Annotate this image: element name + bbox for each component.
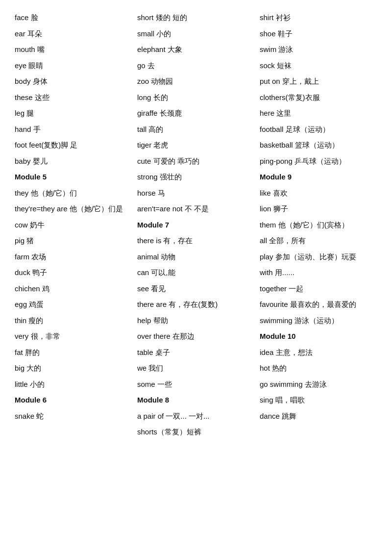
vocab-item: big 大的	[15, 360, 132, 377]
vocab-item: snake 蛇	[15, 408, 132, 425]
vocab-item: sing 唱，唱歌	[260, 392, 377, 408]
vocab-item: thin 瘦的	[15, 313, 132, 329]
vocab-item: ping-pong 乒乓球（运动）	[260, 153, 377, 170]
vocab-item: face 脸	[15, 10, 132, 26]
vocab-item: little 小的	[15, 377, 132, 393]
vocab-item: over there 在那边	[137, 328, 255, 345]
vocab-item: sock 短袜	[260, 58, 377, 74]
vocab-item: dance 跳舞	[260, 408, 377, 425]
vocab-item: elephant 大象	[137, 42, 255, 58]
vocab-item: very 很，非常	[15, 328, 132, 345]
vocab-item: here 这里	[260, 105, 377, 122]
vocab-item: aren't=are not 不 不是	[137, 201, 255, 217]
vocab-item: hot 热的	[260, 360, 377, 377]
vocab-item: cute 可爱的 乖巧的	[137, 153, 255, 170]
vocab-item: shirt 衬衫	[260, 10, 377, 26]
vocab-item: go 去	[137, 58, 255, 74]
vocabulary-grid: face 脸ear 耳朵mouth 嘴eye 眼睛body 身体these 这些…	[15, 10, 377, 440]
vocab-item: all 全部，所有	[260, 233, 377, 249]
vocab-item: tall 高的	[137, 122, 255, 138]
vocab-item: basketball 篮球（运动）	[260, 137, 377, 153]
vocab-item: chichen 鸡	[15, 281, 132, 297]
vocab-item: football 足球（运动）	[260, 122, 377, 138]
vocab-item: we 我们	[137, 360, 255, 377]
vocab-item: short 矮的 短的	[137, 10, 255, 26]
vocab-item: put on 穿上，戴上	[260, 74, 377, 90]
vocab-item: cow 奶牛	[15, 217, 132, 233]
vocab-item: they're=they are 他（她/它）们是	[15, 201, 132, 217]
module-header: Module 8	[137, 392, 255, 408]
vocab-item: shorts（常复）短裤	[137, 424, 255, 440]
vocab-item: lion 狮子	[260, 201, 377, 217]
module-header: Module 5	[15, 169, 132, 185]
vocab-item: these 这些	[15, 90, 132, 106]
module-header: Module 6	[15, 392, 132, 408]
vocab-item: like 喜欢	[260, 185, 377, 202]
vocab-item: long 长的	[137, 90, 255, 106]
vocab-item: eye 眼睛	[15, 58, 132, 74]
vocab-item: strong 强壮的	[137, 169, 255, 185]
vocab-item: farm 农场	[15, 249, 132, 265]
vocab-item: there are 有，存在(复数)	[137, 297, 255, 313]
module-header: Module 10	[260, 328, 377, 345]
vocab-item: swimming 游泳（运动）	[260, 313, 377, 329]
vocab-item: can 可以,能	[137, 265, 255, 281]
vocab-item: body 身体	[15, 74, 132, 90]
vocab-item: help 帮助	[137, 313, 255, 329]
vocab-item: tiger 老虎	[137, 137, 255, 153]
vocab-item: fat 胖的	[15, 345, 132, 361]
vocab-item: swim 游泳	[260, 42, 377, 58]
module-header: Module 9	[260, 169, 377, 185]
vocab-item: some 一些	[137, 377, 255, 393]
vocab-item: a pair of 一双... 一对...	[137, 408, 255, 425]
vocab-item: see 看见	[137, 281, 255, 297]
vocab-item: go swimming 去游泳	[260, 377, 377, 393]
vocab-item: hand 手	[15, 122, 132, 138]
vocab-item: there is 有，存在	[137, 233, 255, 249]
vocab-item: pig 猪	[15, 233, 132, 249]
vocab-item: foot feet(复数)脚 足	[15, 137, 132, 153]
vocab-item: horse 马	[137, 185, 255, 202]
vocab-item: shoe 鞋子	[260, 26, 377, 42]
vocab-item: them 他（她/它）们(宾格）	[260, 217, 377, 233]
vocab-item: clothers(常复)衣服	[260, 90, 377, 106]
vocab-item: giraffe 长颈鹿	[137, 105, 255, 122]
vocab-item: table 桌子	[137, 345, 255, 361]
vocab-item: with 用......	[260, 265, 377, 281]
column-3: shirt 衬衫shoe 鞋子swim 游泳sock 短袜put on 穿上，戴…	[260, 10, 377, 424]
vocab-item: animal 动物	[137, 249, 255, 265]
vocab-item: small 小的	[137, 26, 255, 42]
vocab-item: zoo 动物园	[137, 74, 255, 90]
vocab-item: they 他（她/它）们	[15, 185, 132, 202]
vocab-item: leg 腿	[15, 105, 132, 122]
vocab-item: together 一起	[260, 281, 377, 297]
column-1: face 脸ear 耳朵mouth 嘴eye 眼睛body 身体these 这些…	[15, 10, 132, 424]
vocab-item: favourite 最喜欢的，最喜爱的	[260, 297, 377, 313]
module-header: Module 7	[137, 217, 255, 233]
vocab-item: mouth 嘴	[15, 42, 132, 58]
vocab-item: duck 鸭子	[15, 265, 132, 281]
vocab-item: play 参加（运动、比赛）玩耍	[260, 249, 377, 265]
vocab-item: egg 鸡蛋	[15, 297, 132, 313]
column-2: short 矮的 短的small 小的elephant 大象go 去zoo 动物…	[137, 10, 255, 440]
vocab-item: baby 婴儿	[15, 153, 132, 170]
vocab-item: idea 主意，想法	[260, 345, 377, 361]
vocab-item: ear 耳朵	[15, 26, 132, 42]
